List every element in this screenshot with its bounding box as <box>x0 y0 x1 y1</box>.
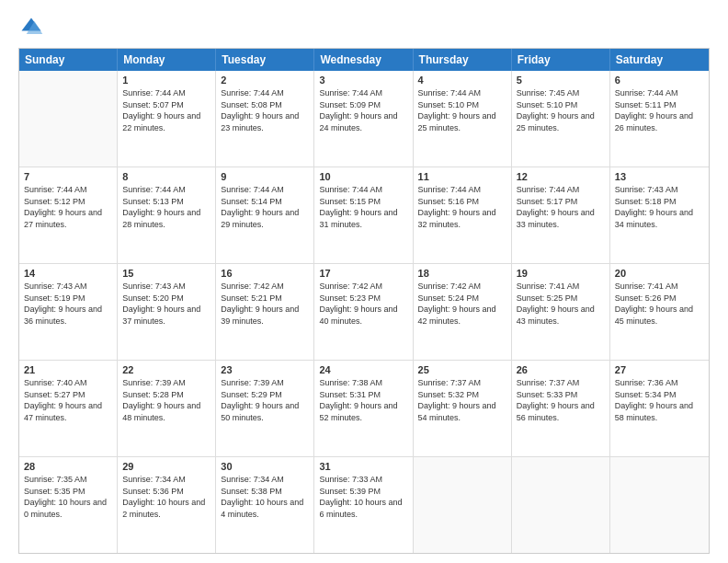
daylight-text: Daylight: 9 hours and 25 minutes. <box>517 110 605 133</box>
header-day: Saturday <box>610 49 709 71</box>
day-number: 1 <box>122 75 210 86</box>
day-number: 3 <box>319 75 407 86</box>
sunrise-text: Sunrise: 7:36 AM <box>615 377 704 389</box>
sunset-text: Sunset: 5:12 PM <box>24 196 112 208</box>
daylight-text: Daylight: 9 hours and 54 minutes. <box>418 400 506 423</box>
calendar-cell: 6Sunrise: 7:44 AMSunset: 5:11 PMDaylight… <box>610 71 709 167</box>
sunset-text: Sunset: 5:21 PM <box>221 293 309 304</box>
cell-info: Sunrise: 7:44 AMSunset: 5:14 PMDaylight:… <box>221 184 309 230</box>
daylight-text: Daylight: 9 hours and 22 minutes. <box>122 110 210 133</box>
calendar-week: 21Sunrise: 7:40 AMSunset: 5:27 PMDayligh… <box>19 361 709 457</box>
sunset-text: Sunset: 5:16 PM <box>418 196 506 208</box>
daylight-text: Daylight: 9 hours and 25 minutes. <box>418 110 506 133</box>
calendar-cell <box>512 457 610 553</box>
calendar-cell: 21Sunrise: 7:40 AMSunset: 5:27 PMDayligh… <box>19 361 118 456</box>
sunset-text: Sunset: 5:38 PM <box>221 486 309 498</box>
calendar-cell: 28Sunrise: 7:35 AMSunset: 5:35 PMDayligh… <box>19 457 118 553</box>
day-number: 29 <box>122 461 210 472</box>
calendar-cell: 31Sunrise: 7:33 AMSunset: 5:39 PMDayligh… <box>314 457 413 553</box>
day-number: 25 <box>418 364 506 375</box>
day-number: 26 <box>517 364 605 375</box>
calendar-cell: 5Sunrise: 7:45 AMSunset: 5:10 PMDaylight… <box>512 71 610 167</box>
cell-info: Sunrise: 7:37 AMSunset: 5:32 PMDaylight:… <box>418 377 506 423</box>
daylight-text: Daylight: 9 hours and 34 minutes. <box>615 207 704 230</box>
day-number: 13 <box>615 171 704 182</box>
daylight-text: Daylight: 9 hours and 27 minutes. <box>24 207 112 230</box>
calendar-cell: 14Sunrise: 7:43 AMSunset: 5:19 PMDayligh… <box>19 264 118 360</box>
cell-info: Sunrise: 7:44 AMSunset: 5:07 PMDaylight:… <box>122 87 210 133</box>
cell-info: Sunrise: 7:37 AMSunset: 5:33 PMDaylight:… <box>517 377 605 423</box>
calendar-cell: 15Sunrise: 7:43 AMSunset: 5:20 PMDayligh… <box>118 264 216 360</box>
calendar-cell <box>414 457 512 553</box>
calendar-cell: 26Sunrise: 7:37 AMSunset: 5:33 PMDayligh… <box>512 361 610 456</box>
sunset-text: Sunset: 5:07 PM <box>122 99 210 111</box>
calendar-cell <box>610 457 709 553</box>
calendar-cell: 20Sunrise: 7:41 AMSunset: 5:26 PMDayligh… <box>610 264 709 360</box>
sunset-text: Sunset: 5:28 PM <box>122 389 210 401</box>
sunrise-text: Sunrise: 7:44 AM <box>418 87 506 99</box>
cell-info: Sunrise: 7:38 AMSunset: 5:31 PMDaylight:… <box>319 377 407 423</box>
sunrise-text: Sunrise: 7:37 AM <box>418 377 506 389</box>
cell-info: Sunrise: 7:34 AMSunset: 5:38 PMDaylight:… <box>221 474 309 520</box>
cell-info: Sunrise: 7:43 AMSunset: 5:19 PMDaylight:… <box>24 281 112 327</box>
daylight-text: Daylight: 9 hours and 47 minutes. <box>24 400 112 423</box>
sunset-text: Sunset: 5:36 PM <box>122 486 210 498</box>
day-number: 28 <box>24 461 112 472</box>
sunrise-text: Sunrise: 7:44 AM <box>24 184 112 196</box>
sunset-text: Sunset: 5:32 PM <box>418 389 506 401</box>
sunrise-text: Sunrise: 7:41 AM <box>517 281 605 293</box>
day-number: 21 <box>24 364 112 375</box>
cell-info: Sunrise: 7:44 AMSunset: 5:11 PMDaylight:… <box>615 87 704 133</box>
sunrise-text: Sunrise: 7:39 AM <box>221 377 309 389</box>
cell-info: Sunrise: 7:42 AMSunset: 5:21 PMDaylight:… <box>221 281 309 327</box>
calendar-cell <box>19 71 118 167</box>
sunset-text: Sunset: 5:31 PM <box>319 389 407 401</box>
sunrise-text: Sunrise: 7:37 AM <box>517 377 605 389</box>
sunrise-text: Sunrise: 7:44 AM <box>122 87 210 99</box>
cell-info: Sunrise: 7:42 AMSunset: 5:23 PMDaylight:… <box>319 281 407 327</box>
calendar-week: 14Sunrise: 7:43 AMSunset: 5:19 PMDayligh… <box>19 264 709 361</box>
sunrise-text: Sunrise: 7:44 AM <box>122 184 210 196</box>
sunset-text: Sunset: 5:26 PM <box>615 293 704 304</box>
sunrise-text: Sunrise: 7:34 AM <box>221 474 309 486</box>
sunset-text: Sunset: 5:10 PM <box>517 99 605 111</box>
day-number: 12 <box>517 171 605 182</box>
cell-info: Sunrise: 7:43 AMSunset: 5:18 PMDaylight:… <box>615 184 704 230</box>
cell-info: Sunrise: 7:34 AMSunset: 5:36 PMDaylight:… <box>122 474 210 520</box>
sunrise-text: Sunrise: 7:39 AM <box>122 377 210 389</box>
daylight-text: Daylight: 9 hours and 33 minutes. <box>517 207 605 230</box>
sunrise-text: Sunrise: 7:42 AM <box>319 281 407 293</box>
daylight-text: Daylight: 9 hours and 23 minutes. <box>221 110 309 133</box>
calendar-cell: 29Sunrise: 7:34 AMSunset: 5:36 PMDayligh… <box>118 457 216 553</box>
header-day: Friday <box>512 49 610 71</box>
day-number: 17 <box>319 268 407 279</box>
calendar-body: 1Sunrise: 7:44 AMSunset: 5:07 PMDaylight… <box>19 71 709 553</box>
day-number: 5 <box>517 75 605 86</box>
sunset-text: Sunset: 5:19 PM <box>24 293 112 304</box>
sunset-text: Sunset: 5:33 PM <box>517 389 605 401</box>
calendar-week: 7Sunrise: 7:44 AMSunset: 5:12 PMDaylight… <box>19 167 709 264</box>
cell-info: Sunrise: 7:41 AMSunset: 5:26 PMDaylight:… <box>615 281 704 327</box>
calendar-header: SundayMondayTuesdayWednesdayThursdayFrid… <box>19 49 709 71</box>
cell-info: Sunrise: 7:45 AMSunset: 5:10 PMDaylight:… <box>517 87 605 133</box>
sunset-text: Sunset: 5:27 PM <box>24 389 112 401</box>
day-number: 23 <box>221 364 309 375</box>
day-number: 24 <box>319 364 407 375</box>
daylight-text: Daylight: 9 hours and 48 minutes. <box>122 400 210 423</box>
daylight-text: Daylight: 9 hours and 28 minutes. <box>122 207 210 230</box>
header-day: Monday <box>118 49 216 71</box>
header-day: Wednesday <box>314 49 413 71</box>
calendar-week: 28Sunrise: 7:35 AMSunset: 5:35 PMDayligh… <box>19 457 709 553</box>
sunrise-text: Sunrise: 7:44 AM <box>615 87 704 99</box>
sunset-text: Sunset: 5:39 PM <box>319 486 407 498</box>
day-number: 16 <box>221 268 309 279</box>
daylight-text: Daylight: 9 hours and 58 minutes. <box>615 400 704 423</box>
sunset-text: Sunset: 5:34 PM <box>615 389 704 401</box>
calendar: SundayMondayTuesdayWednesdayThursdayFrid… <box>18 48 710 554</box>
sunrise-text: Sunrise: 7:42 AM <box>221 281 309 293</box>
calendar-cell: 25Sunrise: 7:37 AMSunset: 5:32 PMDayligh… <box>414 361 512 456</box>
daylight-text: Daylight: 9 hours and 56 minutes. <box>517 400 605 423</box>
daylight-text: Daylight: 10 hours and 4 minutes. <box>221 497 309 520</box>
sunset-text: Sunset: 5:29 PM <box>221 389 309 401</box>
cell-info: Sunrise: 7:44 AMSunset: 5:10 PMDaylight:… <box>418 87 506 133</box>
